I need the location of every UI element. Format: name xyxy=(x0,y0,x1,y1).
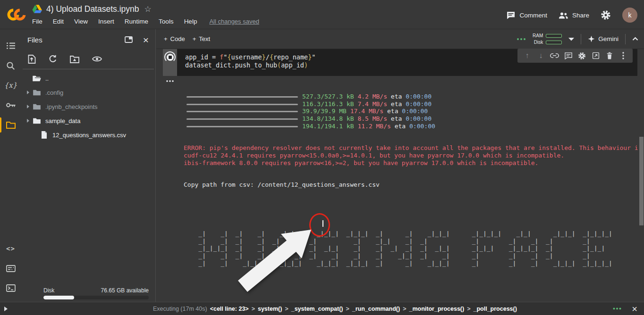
disk-usage: Disk 76.65 GB available xyxy=(23,287,149,299)
code-token: " xyxy=(312,53,315,61)
stack-frame[interactable]: _run_command() xyxy=(352,306,400,312)
colab-logo[interactable] xyxy=(6,7,27,23)
progress-eta-label: eta xyxy=(387,108,398,115)
more-vert-icon[interactable] xyxy=(616,52,630,59)
comment-cell-icon[interactable] xyxy=(561,52,575,59)
frame-separator: > xyxy=(252,306,255,312)
star-icon[interactable]: ☆ xyxy=(144,4,152,14)
stack-frame[interactable]: _system_compat() xyxy=(291,306,343,312)
code-token: ) xyxy=(304,61,308,69)
search-icon[interactable] xyxy=(0,56,21,75)
tree-label: sample_data xyxy=(45,117,80,124)
hidden-files-eye-icon[interactable] xyxy=(92,56,102,62)
notebook-title[interactable]: 4) Upload Datasets.ipynb xyxy=(46,4,139,14)
dock-panel-icon[interactable] xyxy=(125,36,133,43)
share-button[interactable]: Share xyxy=(559,11,589,19)
code-token: username xyxy=(231,53,262,61)
connected-dots-icon[interactable] xyxy=(517,38,526,41)
code-snippets-icon[interactable]: <> xyxy=(0,239,21,258)
code-token: { xyxy=(270,53,273,61)
comment-button[interactable]: Comment xyxy=(507,11,547,19)
progress-eta-value: 0:00:00 xyxy=(409,123,435,130)
stack-frame[interactable]: _monitor_process() xyxy=(409,306,464,312)
menu-item-insert[interactable]: Insert xyxy=(98,17,119,26)
cell-toolbar: ↑ ↓ xyxy=(517,49,633,63)
command-palette-icon[interactable] xyxy=(0,258,21,278)
cell-settings-gear-icon[interactable] xyxy=(575,52,589,60)
menu-bar: FileEditViewInsertRuntimeToolsHelpAll ch… xyxy=(32,17,259,26)
frame-separator: > xyxy=(285,306,288,312)
colab-app: 4) Upload Datasets.ipynb ☆ FileEditViewI… xyxy=(0,0,644,315)
progress-row: 134.8/134.8 kB 8.5 MB/s eta 0:00:00 xyxy=(184,115,638,123)
menu-item-edit[interactable]: Edit xyxy=(53,17,69,26)
mirror-cell-in-tab-icon[interactable] xyxy=(589,52,602,59)
files-panel: Files × xyxy=(21,29,156,302)
tree-row--config[interactable]: .config xyxy=(21,85,155,99)
tree-row--ipynb-checkpoints[interactable]: .ipynb_checkpoints xyxy=(21,99,155,114)
folder-icon xyxy=(31,103,42,110)
tree-row--[interactable]: .. xyxy=(21,71,155,85)
drive-icon xyxy=(32,5,42,13)
expand-arrow-icon[interactable] xyxy=(4,307,8,311)
notebook-scrollbar-thumb[interactable] xyxy=(639,137,644,225)
status-dots-icon[interactable] xyxy=(613,307,621,310)
delete-cell-trash-icon[interactable] xyxy=(602,52,616,59)
collapse-chevron-up-icon[interactable] xyxy=(632,37,638,41)
tree-row-12-questions-answers-csv[interactable]: 12_questions_answers.csv xyxy=(21,128,155,142)
stack-frame[interactable]: <cell line: 23> xyxy=(210,306,249,312)
progress-speed: 17.4 MB/s xyxy=(350,108,383,115)
terminal-icon[interactable] xyxy=(0,278,21,298)
link-cell-icon[interactable] xyxy=(548,53,561,58)
avatar[interactable]: k xyxy=(622,8,637,23)
files-icon[interactable] xyxy=(0,115,21,135)
close-panel-icon[interactable]: × xyxy=(143,35,149,45)
cell-running-stop-button[interactable] xyxy=(164,51,176,63)
people-icon xyxy=(559,11,568,19)
left-rail: {x} <> xyxy=(0,29,21,302)
add-text-button[interactable]: +Text xyxy=(193,35,210,42)
menu-item-tools[interactable]: Tools xyxy=(159,17,179,26)
tree-label: 12_questions_answers.csv xyxy=(52,132,126,139)
tree-row-sample-data[interactable]: sample_data xyxy=(21,114,155,128)
menu-item-view[interactable]: View xyxy=(74,17,93,26)
plus-icon: + xyxy=(164,35,168,42)
disk-fill-bar xyxy=(43,296,74,299)
mount-drive-icon[interactable] xyxy=(70,55,79,63)
progress-amount: 116.3/116.3 kB xyxy=(302,100,354,108)
cell-gutter xyxy=(163,49,177,76)
progress-eta-value: 0:00:00 xyxy=(406,100,432,108)
upload-file-icon[interactable] xyxy=(28,55,36,64)
resource-gauges[interactable]: RAM Disk xyxy=(533,33,562,45)
move-cell-up-icon[interactable]: ↑ xyxy=(520,51,534,60)
refresh-icon[interactable] xyxy=(49,55,57,63)
status-bar: Executing (17m 40s) <cell line: 23>>syst… xyxy=(0,302,644,315)
stack-frame[interactable]: _poll_process() xyxy=(474,306,517,312)
progress-speed: 7.4 MB/s xyxy=(357,100,387,108)
disk-label: Disk xyxy=(43,287,54,294)
settings-gear-icon[interactable] xyxy=(601,10,611,20)
table-of-contents-icon[interactable] xyxy=(0,36,21,56)
variables-icon[interactable]: {x} xyxy=(0,75,21,95)
close-status-icon[interactable]: × xyxy=(632,304,637,314)
expand-arrow-icon[interactable] xyxy=(25,105,31,108)
expand-arrow-icon[interactable] xyxy=(25,91,31,94)
code-token: app_id xyxy=(281,61,304,69)
menu-item-help[interactable]: Help xyxy=(184,17,203,26)
gemini-button[interactable]: Gemini xyxy=(588,35,619,42)
ram-gauge xyxy=(546,34,562,38)
saved-status[interactable]: All changes saved xyxy=(209,18,259,25)
stack-frame[interactable]: system() xyxy=(258,306,282,312)
move-cell-down-icon[interactable]: ↓ xyxy=(534,51,548,60)
menu-item-runtime[interactable]: Runtime xyxy=(125,17,153,26)
progress-bar xyxy=(186,104,298,105)
progress-eta-value: 0:00:00 xyxy=(402,108,428,115)
menu-item-file[interactable]: File xyxy=(32,17,48,26)
progress-bar xyxy=(186,118,298,120)
add-code-button[interactable]: +Code xyxy=(164,35,185,42)
code-token: { xyxy=(227,53,231,61)
chevron-down-icon[interactable] xyxy=(568,37,574,41)
secrets-key-icon[interactable] xyxy=(0,95,21,115)
expand-arrow-icon[interactable] xyxy=(25,119,31,123)
code-token: ( xyxy=(277,61,281,69)
progress-eta-label: eta xyxy=(391,115,402,122)
